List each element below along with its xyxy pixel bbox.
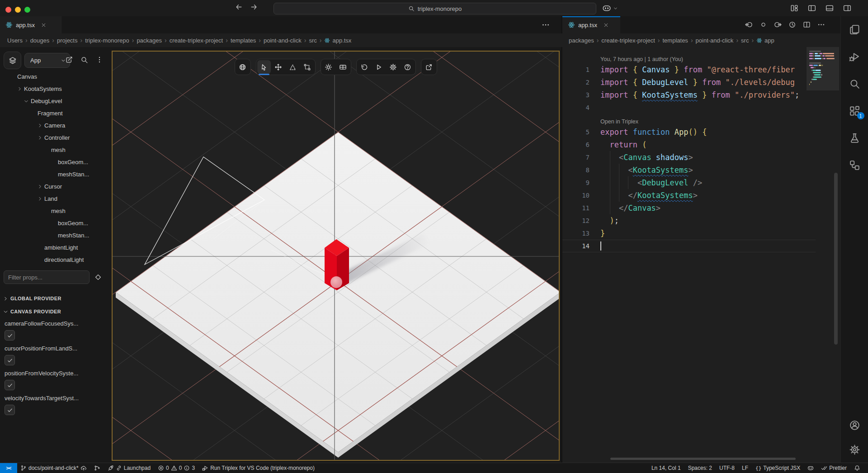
tree-item-mesh[interactable]: mesh bbox=[0, 144, 112, 156]
horizontal-scrollbar[interactable] bbox=[610, 458, 796, 460]
code-line-12[interactable]: 12 ); bbox=[562, 214, 816, 227]
layout-sidebar-right-button[interactable] bbox=[843, 4, 851, 12]
edit-component-button[interactable] bbox=[65, 56, 73, 64]
more-options-button[interactable] bbox=[96, 56, 103, 63]
chevron-right-icon[interactable] bbox=[37, 196, 43, 202]
chevron-right-icon[interactable] bbox=[17, 86, 23, 92]
chevron-right-icon[interactable] bbox=[3, 296, 9, 302]
status-item[interactable]: UTF-8 bbox=[716, 463, 738, 473]
tool-play-button[interactable] bbox=[372, 60, 386, 74]
tool-gear-button[interactable] bbox=[387, 60, 400, 74]
breadcrumb-item[interactable]: create-triplex-project bbox=[601, 37, 655, 44]
tree-item-fragment[interactable]: Fragment bbox=[0, 107, 112, 119]
chevron-right-icon[interactable] bbox=[24, 98, 29, 104]
activity-extensions-button[interactable]: 1 bbox=[848, 104, 862, 118]
tab-app-tsx-code[interactable]: app.tsx bbox=[562, 16, 620, 33]
tree-chevron-icon[interactable] bbox=[35, 135, 44, 141]
filter-props-input[interactable] bbox=[4, 270, 90, 284]
activity-gear-button[interactable] bbox=[848, 443, 862, 456]
tree-item-boxgeom[interactable]: boxGeom... bbox=[0, 217, 112, 229]
section-header[interactable]: GLOBAL PROVIDER bbox=[3, 293, 112, 304]
status-item[interactable]: docs/point-and-click* bbox=[17, 463, 90, 473]
chevron-right-icon[interactable] bbox=[37, 135, 43, 141]
breadcrumb-item[interactable]: Users bbox=[7, 37, 23, 44]
kebab-icon[interactable] bbox=[96, 56, 103, 63]
scene-render[interactable] bbox=[113, 52, 559, 460]
tree-item-meshstan[interactable]: meshStan... bbox=[0, 229, 112, 241]
tool-frames-button[interactable] bbox=[336, 60, 350, 74]
remote-indicator[interactable]: >< bbox=[0, 463, 17, 473]
minimap[interactable] bbox=[809, 51, 838, 114]
tool-globe-button[interactable] bbox=[236, 60, 250, 74]
tool-sun-button[interactable] bbox=[322, 60, 335, 74]
breadcrumb-item[interactable]: point-and-click bbox=[696, 37, 734, 44]
close-icon[interactable] bbox=[603, 22, 609, 28]
breadcrumb-item[interactable]: point-and-click bbox=[264, 37, 302, 44]
prop-checkbox[interactable] bbox=[5, 330, 15, 341]
forward-circle-button[interactable] bbox=[774, 21, 782, 28]
tree-item-meshstan[interactable]: meshStan... bbox=[0, 168, 112, 180]
tree-item-debuglevel[interactable]: DebugLevel bbox=[0, 95, 112, 107]
tree-chevron-icon[interactable] bbox=[24, 97, 29, 106]
section-header[interactable]: CANVAS PROVIDER bbox=[3, 306, 112, 317]
tree-chevron-icon[interactable] bbox=[35, 196, 44, 202]
status-item[interactable]: Ln 14, Col 1 bbox=[648, 463, 684, 473]
codelens-open-in-triplex[interactable]: Open in Triplex bbox=[562, 114, 816, 126]
tool-triangle-button[interactable] bbox=[286, 60, 300, 74]
prop-checkbox[interactable] bbox=[5, 380, 15, 390]
tool-help-button[interactable] bbox=[401, 60, 415, 74]
chevron-right-icon[interactable] bbox=[37, 184, 43, 189]
close-window-button[interactable] bbox=[5, 7, 11, 13]
layout-customize-button[interactable] bbox=[790, 4, 798, 12]
code-line-7[interactable]: 7 <Canvas shadows> bbox=[562, 151, 816, 164]
chevron-down-icon[interactable] bbox=[613, 6, 618, 11]
nav-arrow-right-button[interactable] bbox=[250, 3, 258, 11]
activity-beaker-button[interactable] bbox=[848, 131, 862, 145]
close-icon[interactable] bbox=[41, 22, 47, 28]
layers-icon[interactable] bbox=[9, 57, 17, 65]
split-button[interactable] bbox=[803, 21, 811, 28]
code-line-3[interactable]: 3import { KootaSystems } from "./provide… bbox=[562, 89, 816, 101]
tree-chevron-icon[interactable] bbox=[35, 123, 44, 128]
tree-chevron-icon[interactable] bbox=[15, 86, 24, 92]
code-line-5[interactable]: 5export function App() { bbox=[562, 126, 816, 138]
breadcrumb-item[interactable]: app bbox=[756, 37, 774, 44]
code-line-2[interactable]: 2import { DebugLevel } from "./levels/de… bbox=[562, 76, 816, 89]
tree-item-mesh[interactable]: mesh bbox=[0, 205, 112, 217]
status-item[interactable]: Prettier bbox=[818, 463, 850, 473]
close-icon[interactable] bbox=[603, 22, 609, 28]
vertical-scrollbar[interactable] bbox=[834, 173, 838, 345]
tool-transform-button[interactable] bbox=[301, 60, 314, 74]
status-item[interactable]: Spaces: 2 bbox=[685, 463, 715, 473]
code-line-13[interactable]: 13} bbox=[562, 227, 816, 240]
3d-scene[interactable] bbox=[113, 52, 559, 460]
layout-panel-bottom-button[interactable] bbox=[826, 4, 834, 12]
breadcrumb-item[interactable]: triplex-monorepo bbox=[85, 37, 129, 44]
tool-undo-button[interactable] bbox=[358, 60, 371, 74]
activity-search-button[interactable] bbox=[848, 77, 862, 90]
activity-account-button[interactable] bbox=[848, 418, 862, 432]
cursor-sphere[interactable] bbox=[330, 276, 342, 288]
tree-item-boxgeom[interactable]: boxGeom... bbox=[0, 156, 112, 168]
code-line-1[interactable]: 1import { Canvas } from "@react-three/fi… bbox=[562, 63, 816, 76]
layout-sidebar-left-button[interactable] bbox=[808, 4, 816, 12]
ellipsis-icon[interactable] bbox=[542, 21, 550, 29]
search-scene-button[interactable] bbox=[80, 56, 88, 64]
status-item[interactable]: LF bbox=[739, 463, 751, 473]
code-line-6[interactable]: 6 return ( bbox=[562, 138, 816, 151]
activity-blocks-button[interactable] bbox=[848, 158, 862, 172]
code-line-8[interactable]: 8 <KootaSystems> bbox=[562, 164, 816, 176]
chevron-right-icon[interactable] bbox=[3, 309, 9, 315]
chevron-right-icon[interactable] bbox=[37, 123, 43, 128]
breadcrumb-item[interactable]: projects bbox=[57, 37, 78, 44]
copilot-icon[interactable] bbox=[602, 4, 611, 13]
component-select[interactable]: App bbox=[24, 53, 70, 68]
status-item[interactable] bbox=[804, 463, 817, 473]
tool-move-button[interactable] bbox=[272, 60, 285, 74]
status-item[interactable]: Run Triplex for VS Code (triplex-monorep… bbox=[199, 463, 318, 473]
codelens-blame[interactable]: You, 7 hours ago | 1 author (You) bbox=[562, 52, 816, 63]
command-center[interactable]: triplex-monorepo bbox=[274, 3, 596, 14]
breadcrumb-item[interactable]: packages bbox=[137, 37, 162, 44]
history-button[interactable] bbox=[788, 21, 796, 28]
breadcrumb-item[interactable]: packages bbox=[569, 37, 594, 44]
